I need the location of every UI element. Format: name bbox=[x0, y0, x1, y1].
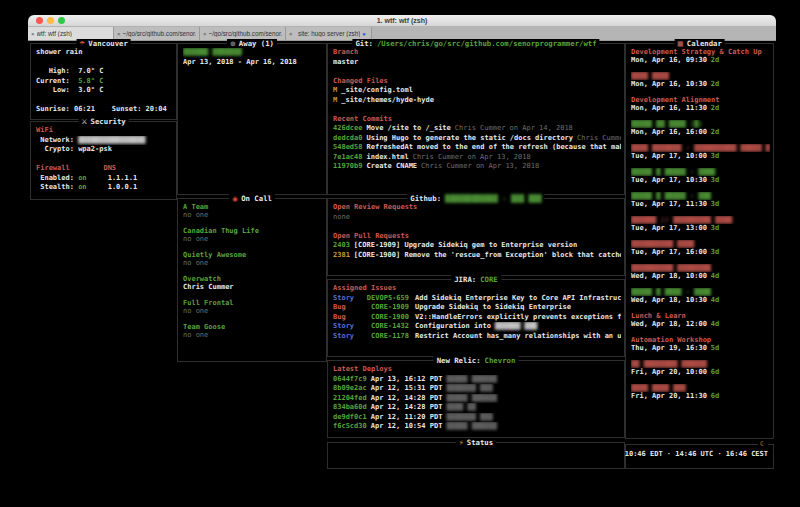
weather-condition: shower rain bbox=[36, 48, 173, 58]
event-countdown: 3d bbox=[711, 152, 719, 160]
commit-message: RefreshedAt moved to the end of the refr… bbox=[367, 143, 621, 151]
alarm-clock-icon: ◉ bbox=[232, 195, 238, 203]
event-time: Wed, Apr 18, 10:30 bbox=[631, 296, 707, 304]
commit-hash: dedcda0 bbox=[333, 134, 363, 142]
pr-title: [CORE-1909] Upgrade Sidekiq gem to Enter… bbox=[354, 241, 577, 249]
issue-summary: Upgrade Sidekiq to Sidekiq Enterprise bbox=[415, 303, 571, 311]
stealth-value: on bbox=[78, 183, 86, 191]
event-time: Mon, Apr 16, 16:00 bbox=[631, 128, 707, 136]
team-name: Full Frontal bbox=[183, 299, 234, 307]
pull-request-row: 2403[CORE-1909] Upgrade Sidekiq gem to E… bbox=[333, 241, 621, 251]
event-time: Tue, Apr 17, 10:30 bbox=[631, 176, 707, 184]
team-person: no one bbox=[183, 211, 208, 219]
deploy-row: de9df0c1Apr 12, 11:20 PDT███████ ███ bbox=[333, 413, 621, 423]
close-tab-icon[interactable]: × bbox=[117, 31, 121, 37]
event-time: Fri, Apr 20, 11:30 bbox=[631, 392, 707, 400]
event-title: ████ ████ bbox=[631, 72, 669, 80]
tab-label: ~/go/src/github.com/senor... bbox=[123, 30, 196, 37]
event-countdown: 2d bbox=[711, 104, 719, 112]
network-label: Network: bbox=[36, 136, 78, 144]
deploy-row: 834ba60dApr 12, 14:28 PDT████ ██ bbox=[333, 403, 621, 413]
pr-number: 2403 bbox=[333, 241, 350, 249]
issue-row: BugCORE-1909Upgrade Sidekiq to Sidekiq E… bbox=[333, 303, 621, 313]
panel-title: Calendar bbox=[687, 39, 722, 48]
tab-label: _site: hugo server (zsh) bbox=[295, 30, 361, 37]
deploy-author-redacted: ███████ ███ bbox=[446, 384, 492, 392]
issue-row: StoryDEVOPS-659Add Sidekiq Enterprise Ke… bbox=[333, 294, 621, 304]
event-countdown: 3d bbox=[711, 176, 719, 184]
deploy-row: 0644f7c9Apr 13, 16:12 PDT█████ ██████ bbox=[333, 375, 621, 385]
commit-row: 548ed58RefreshedAt moved to the end of t… bbox=[333, 143, 621, 153]
issue-row: BugCORE-1900V2::HandleErrors explicitly … bbox=[333, 313, 621, 323]
team-person: no one bbox=[183, 331, 208, 339]
deploy-hash: 8b09e2ac bbox=[333, 384, 367, 392]
deploy-author-redacted: █████ ██████ bbox=[446, 422, 497, 430]
issue-key: CORE-1432 bbox=[363, 322, 409, 332]
deploy-author-redacted: █████ ██████ bbox=[446, 375, 497, 383]
event-title: Development Strategy & Catch Up bbox=[631, 48, 762, 56]
close-tab-icon[interactable]: × bbox=[289, 31, 293, 37]
team-person: no one bbox=[183, 259, 208, 267]
issue-summary: Restrict Account has_many relationships … bbox=[415, 332, 621, 340]
event-countdown: 2d bbox=[711, 80, 719, 88]
window-title: 1. wtf: wtf (zsh) bbox=[28, 16, 776, 25]
git-panel: Git:/Users/chris/go/src/github.com/senor… bbox=[327, 43, 625, 195]
window-titlebar[interactable]: 1. wtf: wtf (zsh) bbox=[28, 15, 776, 27]
issue-key: CORE-1178 bbox=[363, 332, 409, 342]
crypto-line: Crypto: wpa2-psk bbox=[36, 145, 112, 153]
globe-icon: ⊕ bbox=[230, 40, 236, 48]
issue-summary: Add Sidekiq Enterprise Key to Core API I… bbox=[415, 294, 621, 302]
deploy-time: Apr 12, 14:28 PDT bbox=[371, 403, 443, 411]
changed-file-row: M_site/config.toml bbox=[333, 86, 621, 96]
issue-summary-redacted: ██████ ███ bbox=[495, 322, 537, 330]
review-requests-header: Open Review Requests bbox=[333, 203, 417, 211]
github-repo-redacted: ████████████ - ███ ███ bbox=[445, 194, 542, 203]
event-time: Fri, Apr 20, 10:00 bbox=[631, 368, 707, 376]
commit-meta: Chris Cummer on Apr 13, 2018 bbox=[421, 162, 539, 170]
deploy-row: 8b09e2acApr 12, 15:31 PDT███████ ███ bbox=[333, 384, 621, 394]
lightning-icon: ⚡ bbox=[459, 439, 464, 447]
issue-type: Bug bbox=[333, 313, 363, 323]
event-title: Automation Workshop bbox=[631, 336, 711, 344]
swords-icon: ⚔ bbox=[81, 118, 87, 126]
event-countdown: 4d bbox=[711, 320, 719, 328]
commit-message: Create CNAME bbox=[367, 162, 418, 170]
commit-message: Using Hugo to generate the static /docs … bbox=[367, 134, 574, 142]
clocks-panel: ☾ 10:46 EDT · 14:46 UTC · 16:46 CEST bbox=[625, 444, 774, 469]
event-time: Mon, Apr 16, 09:30 bbox=[631, 56, 707, 64]
event-title: Development Alignment bbox=[631, 96, 720, 104]
enabled-value: on bbox=[78, 174, 86, 182]
commit-hash: 548ed58 bbox=[333, 143, 363, 151]
away-person-redacted: ██████ ███████ bbox=[183, 48, 242, 56]
team-name: Canadian Thug Life bbox=[183, 227, 259, 235]
event-time: Tue, Apr 17, 11:30 bbox=[631, 200, 707, 208]
close-tab-icon[interactable]: × bbox=[203, 31, 207, 37]
status-panel: ⚡Status bbox=[327, 442, 625, 469]
panel-title: Security bbox=[91, 117, 126, 126]
tab-label: wtf: wtf (zsh) bbox=[37, 30, 72, 37]
away-panel: ⊕Away (1) ██████ ███████ Apr 13, 2018 - … bbox=[177, 43, 327, 195]
jira-panel: JIRA:CORE Assigned Issues StoryDEVOPS-65… bbox=[327, 279, 625, 357]
issue-key: DEVOPS-659 bbox=[363, 294, 409, 304]
weather-low: Low: 3.0° C bbox=[36, 86, 103, 94]
dns-primary: 1.1.1.1 bbox=[87, 174, 138, 182]
deploy-author-redacted: █████ ██████ bbox=[446, 394, 497, 402]
event-time: Thu, Apr 19, 16:30 bbox=[631, 344, 707, 352]
pull-requests-header: Open Pull Requests bbox=[333, 232, 409, 240]
deploy-hash: 0644f7c9 bbox=[333, 375, 367, 383]
commit-row: 426dceeMove /site to /_siteChris Cummer … bbox=[333, 124, 621, 134]
umbrella-icon: ☂ bbox=[79, 40, 85, 48]
deploy-hash: de9df0c1 bbox=[333, 413, 367, 421]
issue-type: Story bbox=[333, 294, 363, 304]
pull-request-row: 2381[CORE-1900] Remove the 'rescue_from … bbox=[333, 251, 621, 261]
activity-dot-icon: ● bbox=[362, 31, 366, 37]
away-dates: Apr 13, 2018 - Apr 16, 2018 bbox=[183, 58, 297, 66]
world-clocks: 10:46 EDT · 14:46 UTC · 16:46 CEST bbox=[625, 450, 768, 458]
moon-icon: ☾ bbox=[758, 440, 768, 448]
issue-type: Story bbox=[333, 332, 363, 342]
file-path: _site/themes/hyde-hyde bbox=[341, 96, 434, 104]
team-person: no one bbox=[183, 307, 208, 315]
github-panel: Github:████████████ - ███ ███ Open Revie… bbox=[327, 198, 625, 276]
close-tab-icon[interactable]: × bbox=[31, 31, 35, 37]
newrelic-panel: New Relic:Chevron Latest Deploys 0644f7c… bbox=[327, 360, 625, 438]
